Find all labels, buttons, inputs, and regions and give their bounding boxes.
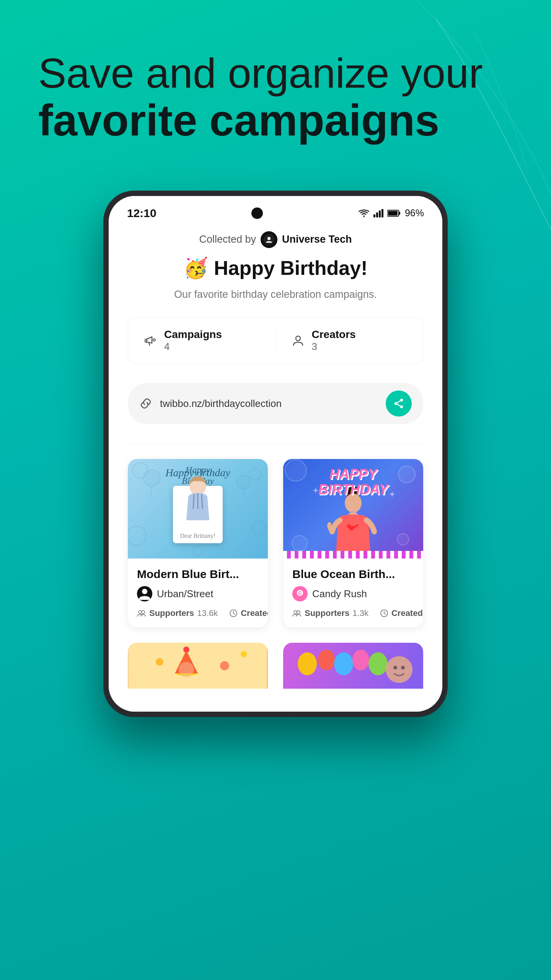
campaign-card-2[interactable]: HappyBIRTHDAY Blue Ocean Birth... <box>283 459 423 627</box>
svg-rect-0 <box>373 214 375 217</box>
svg-line-25 <box>244 489 245 497</box>
svg-rect-53 <box>129 643 267 689</box>
campaigns-value: 4 <box>164 341 222 353</box>
card-1-supporters-label: Supporters <box>149 608 194 618</box>
svg-point-33 <box>142 611 145 614</box>
stats-row: Campaigns 4 Creators 3 <box>128 317 423 364</box>
svg-point-55 <box>183 647 189 653</box>
collection-title: 🥳 Happy Birthday! <box>128 256 423 280</box>
svg-line-15 <box>397 404 401 406</box>
svg-point-67 <box>386 656 412 683</box>
svg-point-20 <box>252 521 266 535</box>
card-2-creator-avatar: C <box>292 586 308 601</box>
svg-point-57 <box>220 661 229 670</box>
creators-stat: Creators 3 <box>276 318 423 363</box>
svg-point-21 <box>193 546 202 555</box>
partial-card-1 <box>128 643 268 689</box>
battery-percentage: 96% <box>405 207 424 219</box>
collected-by-row: Collected by Universe Tech <box>128 231 423 248</box>
svg-point-56 <box>156 658 163 666</box>
status-icons: 96% <box>358 207 424 219</box>
status-bar: 12:10 <box>109 196 442 224</box>
svg-rect-1 <box>376 212 378 217</box>
svg-line-23 <box>151 487 152 497</box>
card-1-creator-name: Urban/Street <box>157 588 213 600</box>
svg-rect-3 <box>381 209 383 217</box>
supporters-icon <box>137 609 146 617</box>
card-1-body: Modern Blue Birt... Urban/Street <box>128 559 268 627</box>
card-2-created-label: Created <box>391 608 423 618</box>
svg-line-36 <box>233 613 235 614</box>
svg-rect-9 <box>145 339 147 342</box>
share-button[interactable] <box>386 390 412 416</box>
svg-text:C: C <box>298 591 302 596</box>
card-2-supporters: Supporters 1.3k <box>292 608 368 618</box>
svg-point-19 <box>128 526 146 545</box>
card-1-supporters-value: 13.6k <box>197 608 218 618</box>
svg-rect-5 <box>399 212 400 215</box>
phone-mockup: 12:10 <box>0 191 551 717</box>
clock-icon-2 <box>380 609 388 617</box>
svg-point-64 <box>334 652 353 675</box>
svg-point-68 <box>393 666 397 670</box>
svg-line-52 <box>384 613 386 614</box>
svg-line-27 <box>193 494 194 509</box>
card-2-title: Blue Ocean Birth... <box>292 568 414 581</box>
creators-label: Creators <box>312 328 356 341</box>
camera-notch <box>251 207 263 219</box>
collector-name: Universe Tech <box>282 234 352 245</box>
campaigns-icon <box>143 334 157 348</box>
svg-line-29 <box>202 494 202 509</box>
creators-stat-text: Creators 3 <box>312 328 356 353</box>
svg-point-65 <box>352 650 369 670</box>
svg-point-8 <box>267 237 271 240</box>
collected-by-label: Collected by <box>199 234 256 245</box>
url-row[interactable]: twibbo.nz/birthdaycollection <box>128 383 423 424</box>
card-2-creator-name: Candy Rush <box>312 588 367 600</box>
collection-url: twibbo.nz/birthdaycollection <box>160 398 378 410</box>
phone-outer: 12:10 <box>103 191 448 717</box>
svg-point-66 <box>368 652 388 675</box>
hero-line1: Save and organize your <box>38 50 520 96</box>
clock-icon <box>229 609 238 617</box>
bottom-partial-cards <box>128 643 423 689</box>
card-2-supporters-label: Supporters <box>305 608 349 618</box>
svg-point-12 <box>400 399 403 402</box>
card-1-creator-avatar <box>137 586 152 601</box>
svg-point-31 <box>142 589 147 594</box>
creators-value: 3 <box>312 341 356 353</box>
svg-point-39 <box>292 536 307 551</box>
status-time: 12:10 <box>127 207 156 220</box>
svg-point-32 <box>139 611 142 614</box>
campaigns-stat-text: Campaigns 4 <box>164 328 222 353</box>
svg-line-16 <box>397 401 401 403</box>
card-2-supporters-value: 1.3k <box>352 608 368 618</box>
card-2-created: Created 2d <box>380 608 423 618</box>
svg-point-59 <box>179 662 194 677</box>
card-1-photo-frame: Dear Brittany! <box>173 486 223 543</box>
card-1-supporters: Supporters 13.6k <box>137 608 218 618</box>
link-icon <box>139 397 152 410</box>
hero-line2: favorite campaigns <box>38 96 520 145</box>
svg-rect-6 <box>388 211 398 216</box>
card-1-meta: Supporters 13.6k Created <box>137 608 259 618</box>
svg-point-63 <box>318 650 335 670</box>
collection-description: Our favorite birthday celebration campai… <box>128 287 423 302</box>
campaigns-label: Campaigns <box>164 328 222 341</box>
phone-content: Collected by Universe Tech 🥳 Happy Birth… <box>109 224 442 712</box>
campaign-card-1[interactable]: HappyBirthday <box>128 459 268 627</box>
svg-point-14 <box>400 405 403 408</box>
campaigns-grid: HappyBirthday <box>128 459 423 627</box>
card-2-creator: C Candy Rush <box>292 586 414 601</box>
collector-avatar <box>261 231 277 248</box>
svg-point-62 <box>298 652 317 675</box>
card-1-title: Modern Blue Birt... <box>137 568 259 581</box>
card-1-created-label: Created <box>241 608 268 618</box>
svg-point-48 <box>294 611 297 614</box>
svg-point-58 <box>241 651 247 657</box>
card-2-meta: Supporters 1.3k Created <box>292 608 414 618</box>
campaigns-stat: Campaigns 4 <box>128 318 276 363</box>
partial-card-2 <box>283 643 423 689</box>
creators-icon <box>291 334 305 348</box>
card-2-top-text: HappyBIRTHDAY <box>283 467 423 497</box>
